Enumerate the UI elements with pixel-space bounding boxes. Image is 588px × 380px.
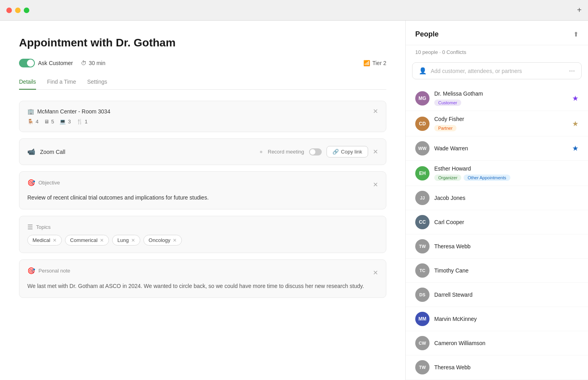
copy-link-label: Copy link <box>341 149 362 155</box>
tag-lung-label: Lung <box>117 237 129 243</box>
zoom-close-button[interactable]: ✕ <box>373 149 378 155</box>
utensils-icon: 🍴 <box>76 119 83 125</box>
person-name: Darrell Steward <box>434 292 567 298</box>
record-label: Record meeting <box>268 149 304 155</box>
right-panel-header: People ⬆ <box>406 21 588 45</box>
person-info: Dr. Melissa GothamCustomer <box>434 90 567 106</box>
other-appointments-badge: Other Appointments <box>464 175 510 181</box>
main-panel: Appointment with Dr. Gotham Ask Customer… <box>0 21 406 380</box>
star-button[interactable]: ★ <box>572 144 578 153</box>
list-item: WWWade Warren★ <box>406 136 588 161</box>
zoom-label: Zoom Call <box>40 149 65 155</box>
video-icon: 📹 <box>27 148 35 155</box>
objective-text: Review of recent clinical trial outcomes… <box>27 194 378 202</box>
objective-header: 🎯 Objective <box>27 179 60 186</box>
record-toggle[interactable] <box>309 148 322 155</box>
tag-commerical: Commerical ✕ <box>65 235 109 246</box>
list-item: CCCarl Cooper <box>406 210 588 234</box>
app-window: Appointment with Dr. Gotham Ask Customer… <box>0 21 588 380</box>
person-name: Cameron Williamson <box>434 340 567 346</box>
tag-commerical-label: Commerical <box>70 237 97 243</box>
note-icon: 🎯 <box>27 267 35 274</box>
avatar: TW <box>415 360 430 374</box>
tier-icon: 📶 <box>363 60 370 66</box>
avatar: CW <box>415 336 430 350</box>
clock-icon: ⏱ <box>81 60 86 66</box>
person-info: Wade Warren <box>434 145 567 152</box>
tab-settings[interactable]: Settings <box>87 79 107 90</box>
person-info: Darrell Steward <box>434 292 567 298</box>
person-name: Carl Cooper <box>434 219 567 225</box>
status-badge: Organizer <box>434 175 461 181</box>
other-item: 🍴 1 <box>76 119 88 125</box>
status-badge: Customer <box>434 100 461 106</box>
location-close-button[interactable]: ✕ <box>373 108 378 115</box>
objective-header-row: 🎯 Objective ✕ <box>27 179 378 190</box>
location-card: 🏢 McMann Center - Room 3034 ✕ 🪑 4 🖥 5 💻 … <box>19 101 386 132</box>
ask-customer-toggle[interactable] <box>19 59 35 67</box>
more-options-button[interactable]: ··· <box>569 67 575 75</box>
computers-count: 3 <box>68 119 71 125</box>
person-info: Marvin McKinney <box>434 316 567 322</box>
copy-link-button[interactable]: 🔗 Copy link <box>326 146 368 157</box>
list-item: TCTimothy Cane <box>406 259 588 283</box>
status-dot <box>260 151 262 153</box>
tag-lung-remove[interactable]: ✕ <box>131 238 135 243</box>
tab-find-time[interactable]: Find a Time <box>47 79 76 90</box>
building-icon: 🏢 <box>27 108 34 115</box>
close-button[interactable] <box>6 8 12 13</box>
personal-note-card: 🎯 Personal note ✕ We last met with Dr. G… <box>19 259 386 298</box>
note-header: 🎯 Personal note <box>27 267 70 274</box>
computers-item: 💻 3 <box>59 119 71 125</box>
people-icon: 👤 <box>419 67 427 75</box>
person-name: Theresa Webb <box>434 364 567 370</box>
tag-medical-label: Medical <box>32 237 50 243</box>
zoom-controls: Record meeting 🔗 Copy link ✕ <box>260 146 378 157</box>
note-close-button[interactable]: ✕ <box>373 270 378 276</box>
toggle-knob <box>27 59 34 67</box>
person-name: Esther Howard <box>434 165 567 172</box>
objective-card: 🎯 Objective ✕ Review of recent clinical … <box>19 171 386 209</box>
avatar: CD <box>415 117 430 131</box>
person-name: Marvin McKinney <box>434 316 567 322</box>
avatar: WW <box>415 141 430 155</box>
other-count: 1 <box>85 119 88 125</box>
add-icon[interactable]: + <box>577 6 582 15</box>
objective-icon: 🎯 <box>27 179 35 186</box>
person-name: Jacob Jones <box>434 195 567 201</box>
seats-count: 4 <box>36 119 38 125</box>
ask-customer-toggle-container: Ask Customer <box>19 59 73 67</box>
avatar: EH <box>415 166 430 180</box>
tag-commerical-remove[interactable]: ✕ <box>100 238 104 243</box>
add-people-row[interactable]: 👤 Add customer, attendees, or partners ·… <box>412 62 582 79</box>
objective-close-button[interactable]: ✕ <box>373 182 378 188</box>
note-title: Personal note <box>38 268 70 274</box>
tag-oncology: Oncology ✕ <box>143 235 182 246</box>
minimize-button[interactable] <box>15 8 21 13</box>
person-info: Cody FisherPartner <box>434 116 567 131</box>
tag-medical-remove[interactable]: ✕ <box>53 238 57 243</box>
location-meta: 🪑 4 🖥 5 💻 3 🍴 1 <box>27 119 378 125</box>
zoom-row: 📹 Zoom Call Record meeting 🔗 Copy link ✕ <box>27 146 378 157</box>
location-name: McMann Center - Room 3034 <box>37 108 110 115</box>
star-button[interactable]: ★ <box>572 94 578 103</box>
tab-details[interactable]: Details <box>19 79 36 90</box>
collapse-icon[interactable]: ⬆ <box>573 31 578 38</box>
maximize-button[interactable] <box>24 8 29 13</box>
zoom-left: 📹 Zoom Call <box>27 148 65 155</box>
list-item: JJJacob Jones <box>406 186 588 210</box>
record-toggle-knob <box>310 149 315 155</box>
people-title: People <box>415 30 439 38</box>
link-icon: 🔗 <box>332 149 339 155</box>
titlebar: + <box>0 0 588 21</box>
list-item: EHEsther HowardOrganizerOther Appointmen… <box>406 161 588 186</box>
star-button[interactable]: ★ <box>572 119 578 128</box>
list-item: TWTheresa Webb <box>406 355 588 380</box>
badge-row: OrganizerOther Appointments <box>434 173 567 181</box>
tag-oncology-remove[interactable]: ✕ <box>173 238 177 243</box>
monitor-icon: 🖥 <box>44 119 49 125</box>
list-item: CDCody FisherPartner★ <box>406 111 588 136</box>
location-display: 🏢 McMann Center - Room 3034 <box>27 108 110 115</box>
tag-oncology-label: Oncology <box>149 237 170 243</box>
add-people-input[interactable]: Add customer, attendees, or partners <box>431 68 565 74</box>
